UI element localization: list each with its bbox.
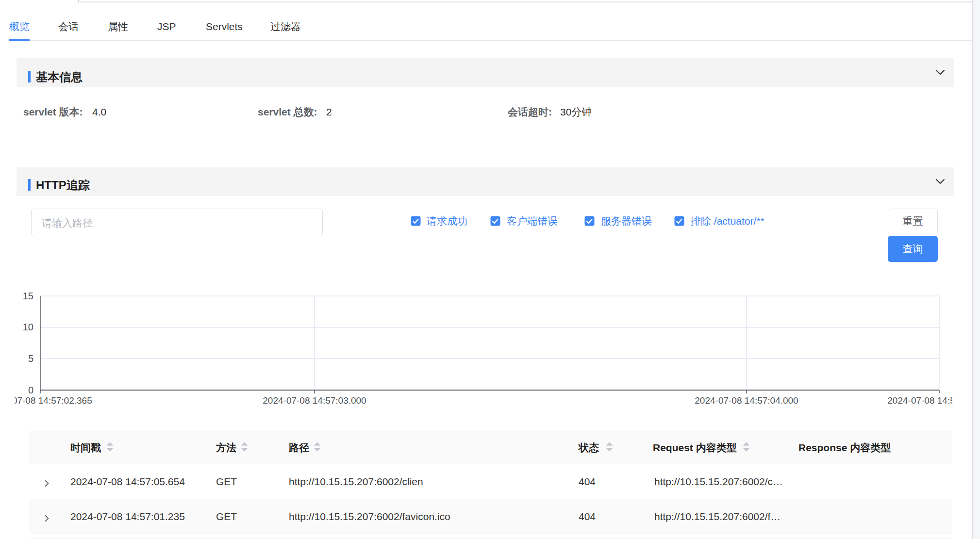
svg-text:2024-07-08 14:57:03.000: 2024-07-08 14:57:03.000 — [263, 395, 366, 406]
svg-text:2024-07-08 14:57:04.000: 2024-07-08 14:57:04.000 — [695, 395, 798, 406]
svg-text:0: 0 — [28, 385, 33, 395]
svg-text:5: 5 — [28, 353, 33, 364]
svg-text:2024-07-08 14:57:02.365: 2024-07-08 14:57:02.365 — [15, 395, 92, 406]
svg-text:15: 15 — [23, 291, 33, 301]
svg-text:2024-07-08 14:57:05.000: 2024-07-08 14:57:05.000 — [887, 395, 952, 406]
svg-text:10: 10 — [23, 322, 33, 332]
